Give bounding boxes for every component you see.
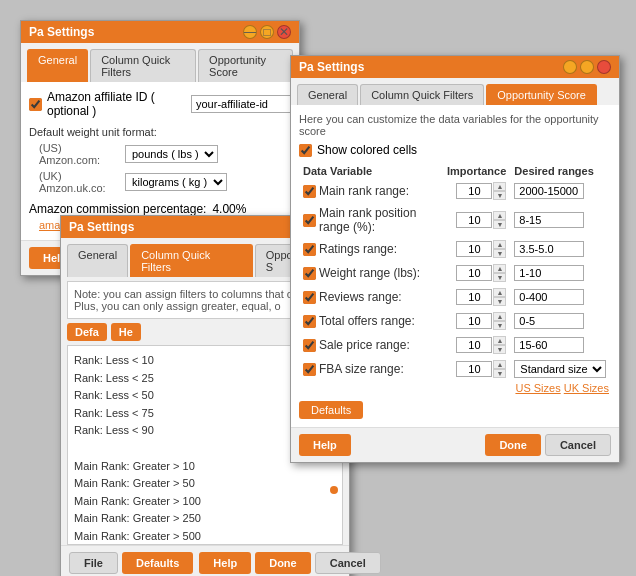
opp-row-check-3[interactable] <box>303 267 316 280</box>
spin-up-2[interactable]: ▲ <box>493 240 506 249</box>
opp-row-label-2: Ratings range: <box>299 237 440 261</box>
colored-cells-label: Show colored cells <box>317 143 417 157</box>
tab-general-opp[interactable]: Opportunity Score <box>198 49 293 82</box>
opp-row-importance-2: ▲ ▼ <box>440 237 510 261</box>
default-mini-button[interactable]: Defa <box>67 323 107 341</box>
range-input-2[interactable] <box>514 241 584 257</box>
us-label: (US) Amzon.com: <box>39 142 119 166</box>
tabs-opp: General Column Quick Filters Opportunity… <box>291 78 619 105</box>
table-row: Sale price range: ▲ ▼ <box>299 333 611 357</box>
opp-row-check-7[interactable] <box>303 363 316 376</box>
cancel-button-filters[interactable]: Cancel <box>315 552 381 574</box>
spin-down-3[interactable]: ▼ <box>493 273 506 282</box>
spin-up-5[interactable]: ▲ <box>493 312 506 321</box>
range-input-4[interactable] <box>514 289 584 305</box>
spin-down-7[interactable]: ▼ <box>493 369 506 378</box>
spin-down-6[interactable]: ▼ <box>493 345 506 354</box>
col-desired-header: Desired ranges <box>510 163 611 179</box>
window-title-filters: Pa Settings <box>69 220 134 234</box>
opp-row-label-1: Main rank position range (%): <box>299 203 440 237</box>
sizes-row: US Sizes UK Sizes <box>299 381 611 395</box>
opp-row-label-0: Main rank range: <box>299 179 440 203</box>
spin-up-3[interactable]: ▲ <box>493 264 506 273</box>
help-button-filters[interactable]: Help <box>199 552 251 574</box>
opp-row-label-3: Weight range (lbs): <box>299 261 440 285</box>
list-item: Main Rank: Greater > 100 <box>74 493 336 511</box>
help-mini-button[interactable]: He <box>111 323 141 341</box>
spin-down-5[interactable]: ▼ <box>493 321 506 330</box>
us-unit-select[interactable]: pounds ( lbs ) <box>125 145 218 163</box>
range-input-6[interactable] <box>514 337 584 353</box>
spin-up-7[interactable]: ▲ <box>493 360 506 369</box>
maximize-button-opp[interactable] <box>580 60 594 74</box>
range-input-5[interactable] <box>514 313 584 329</box>
spin-down-1[interactable]: ▼ <box>493 220 506 229</box>
tab-general-filters[interactable]: Column Quick Filters <box>90 49 196 82</box>
close-button-opp[interactable] <box>597 60 611 74</box>
range-input-3[interactable] <box>514 265 584 281</box>
opp-row-importance-3: ▲ ▼ <box>440 261 510 285</box>
spin-up-4[interactable]: ▲ <box>493 288 506 297</box>
importance-input-5[interactable] <box>456 313 492 329</box>
spin-up-6[interactable]: ▲ <box>493 336 506 345</box>
done-button-opp[interactable]: Done <box>485 434 541 456</box>
btn-left-filters: File Defaults <box>69 552 193 574</box>
spin-down-4[interactable]: ▼ <box>493 297 506 306</box>
range-input-0[interactable] <box>514 183 584 199</box>
affiliate-input[interactable] <box>191 95 291 113</box>
table-row: Weight range (lbs): ▲ ▼ <box>299 261 611 285</box>
importance-input-0[interactable] <box>456 183 492 199</box>
opp-row-importance-7: ▲ ▼ <box>440 357 510 381</box>
range-select-7[interactable]: Standard size <box>514 360 606 378</box>
uk-sizes-link[interactable]: UK Sizes <box>564 382 609 394</box>
spin-down-2[interactable]: ▼ <box>493 249 506 258</box>
btn-bar-opp: Help Done Cancel <box>291 427 619 462</box>
importance-input-4[interactable] <box>456 289 492 305</box>
colored-cells-checkbox[interactable] <box>299 144 312 157</box>
minimize-button-general[interactable]: — <box>243 25 257 39</box>
importance-input-6[interactable] <box>456 337 492 353</box>
range-input-1[interactable] <box>514 212 584 228</box>
uk-unit-select[interactable]: kilograms ( kg ) <box>125 173 227 191</box>
tab-opp-opp[interactable]: Opportunity Score <box>486 84 597 105</box>
opp-row-range-4 <box>510 285 611 309</box>
spin-up-0[interactable]: ▲ <box>493 182 506 191</box>
opp-row-check-1[interactable] <box>303 214 316 227</box>
opp-row-check-5[interactable] <box>303 315 316 328</box>
opp-row-check-2[interactable] <box>303 243 316 256</box>
maximize-button-general[interactable]: □ <box>260 25 274 39</box>
col-variable-header: Data Variable <box>299 163 440 179</box>
cancel-button-opp[interactable]: Cancel <box>545 434 611 456</box>
minimize-button-opp[interactable] <box>563 60 577 74</box>
tab-filters-general[interactable]: General <box>67 244 128 277</box>
affiliate-row: Amazon affiliate ID ( optional ) <box>29 90 291 118</box>
defaults-button-opp[interactable]: Defaults <box>299 401 363 419</box>
importance-input-1[interactable] <box>456 212 492 228</box>
spin-down-0[interactable]: ▼ <box>493 191 506 200</box>
tab-opp-filters[interactable]: Column Quick Filters <box>360 84 484 105</box>
opp-row-check-0[interactable] <box>303 185 316 198</box>
uk-unit-row: (UK) Amzon.uk.co: kilograms ( kg ) <box>29 170 291 194</box>
opp-row-importance-6: ▲ ▼ <box>440 333 510 357</box>
tab-opp-general[interactable]: General <box>297 84 358 105</box>
window-title-opp: Pa Settings <box>299 60 364 74</box>
spin-up-1[interactable]: ▲ <box>493 211 506 220</box>
opp-row-check-4[interactable] <box>303 291 316 304</box>
importance-input-7[interactable] <box>456 361 492 377</box>
us-unit-row: (US) Amzon.com: pounds ( lbs ) <box>29 142 291 166</box>
defaults-button-filters[interactable]: Defaults <box>122 552 193 574</box>
affiliate-checkbox[interactable] <box>29 98 42 111</box>
btn-bar-filters: File Defaults Help Done Cancel <box>61 545 349 576</box>
tab-general-general[interactable]: General <box>27 49 88 82</box>
done-button-filters[interactable]: Done <box>255 552 311 574</box>
importance-input-3[interactable] <box>456 265 492 281</box>
list-item: Main Rank: Greater > 500 <box>74 528 336 545</box>
help-button-opp[interactable]: Help <box>299 434 351 456</box>
importance-input-2[interactable] <box>456 241 492 257</box>
close-button-general[interactable]: ✕ <box>277 25 291 39</box>
file-button[interactable]: File <box>69 552 118 574</box>
commission-row: Amazon commission percentage: 4.00% <box>29 202 291 216</box>
opp-row-check-6[interactable] <box>303 339 316 352</box>
tab-filters-filters[interactable]: Column Quick Filters <box>130 244 253 277</box>
us-sizes-link[interactable]: US Sizes <box>515 382 560 394</box>
